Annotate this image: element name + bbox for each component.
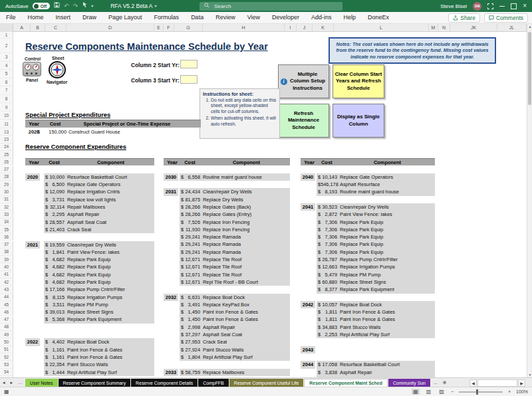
row-header-4[interactable]: 4 <box>0 62 13 70</box>
cost-cell[interactable]: $37,297 <box>181 331 200 338</box>
component-cell[interactable]: Routine maint guard house <box>340 188 399 195</box>
expense-row[interactable]: $7,306Replace Park Equip <box>317 241 435 248</box>
title-dropdown-icon[interactable]: ▾ <box>155 0 157 12</box>
component-cell[interactable]: Asphalt Resurface <box>340 181 380 188</box>
year-cell[interactable]: 2032 <box>164 294 178 301</box>
component-cell[interactable]: Replace Park Equipment <box>340 286 394 293</box>
cost-cell[interactable]: $22,354 <box>45 361 65 368</box>
touch-mode-icon[interactable] <box>82 0 87 12</box>
column-header-E[interactable]: E <box>154 24 164 32</box>
sheet-tab-community-sun[interactable]: Community Sun <box>388 379 430 387</box>
ribbon-display-icon[interactable] <box>487 3 493 9</box>
component-cell[interactable]: Replace Gates (Entry) <box>203 211 251 218</box>
cost-cell[interactable]: $1,161 <box>45 353 65 361</box>
component-cell[interactable]: Clean/repair Dry Wells <box>67 241 116 248</box>
expense-row[interactable]: $60,880Replace Street Signs <box>317 278 435 286</box>
expense-row[interactable]: $1,841Paint View Fence: lakes <box>44 248 154 256</box>
expense-row[interactable]: $39,013Replace Street Signs <box>44 308 154 316</box>
row-header-51[interactable]: 51 <box>0 346 13 353</box>
cost-cell[interactable]: $1,811 <box>318 308 337 316</box>
expense-row[interactable]: $2,253Repl Artificial Play Surf <box>317 331 435 338</box>
save-icon[interactable] <box>54 0 60 12</box>
column-header-JK[interactable]: JK <box>450 24 497 32</box>
cost-cell[interactable]: $81,875 <box>181 196 200 203</box>
sheet-tab-reserve-component-details[interactable]: Reserve Component Details <box>131 379 198 387</box>
menu-tab-insert[interactable]: Insert <box>50 12 77 23</box>
component-cell[interactable]: Replace Gates (Back) <box>203 203 251 211</box>
cost-cell[interactable]: $1,804 <box>181 353 200 361</box>
expense-row[interactable]: $4,682Replace Park Equip <box>44 256 154 263</box>
expense-row[interactable]: $2,295Asphalt Repair <box>44 211 154 218</box>
component-cell[interactable]: Replace Park Equipment <box>67 316 122 323</box>
cost-cell[interactable]: $10,000 <box>45 173 65 181</box>
cost-cell[interactable]: $2,253 <box>318 331 337 338</box>
component-cell[interactable]: Replace Street Signs <box>67 308 113 316</box>
expense-row[interactable]: $10,143Replace Gate Operators <box>317 173 435 181</box>
component-cell[interactable]: Asphalt Repair <box>203 324 235 331</box>
cost-cell[interactable]: $12,671 <box>181 263 200 270</box>
cost-cell[interactable]: $3,511 <box>45 301 65 308</box>
tab-scroll-left-icon[interactable]: ◂ <box>0 380 8 385</box>
cost-cell[interactable]: $3,838 <box>318 369 337 376</box>
column-header-G[interactable]: G <box>174 24 203 32</box>
expense-row[interactable]: $28,266Replace Gates (Entry) <box>180 211 290 218</box>
cost-cell[interactable]: $7,306 <box>318 241 337 248</box>
tab-scroll-right-icon[interactable]: ▸ <box>8 380 16 385</box>
cost-cell[interactable]: $2,872 <box>318 211 337 218</box>
row-header-35[interactable]: 35 <box>0 226 13 233</box>
cost-cell[interactable]: $28,266 <box>181 203 200 211</box>
hscroll-track[interactable] <box>477 379 517 387</box>
component-cell[interactable]: Replace PM Pump <box>67 301 108 308</box>
new-sheet-icon[interactable]: ⊕ <box>440 380 450 385</box>
vertical-scrollbar-thumb[interactable] <box>528 32 531 105</box>
expense-row[interactable]: $5,368Replace Park Equipment <box>44 316 154 323</box>
column-header-K[interactable]: K <box>313 24 334 32</box>
component-cell[interactable]: Replace Pump Cntrlr/Filter <box>67 286 125 293</box>
component-cell[interactable]: Replace Park Equip <box>340 226 383 233</box>
refresh-maintenance-schedule-button[interactable]: Refresh Maintenance Schedule <box>278 104 329 138</box>
expense-row[interactable]: $24,434Clean/repair Dry Wells <box>180 188 290 195</box>
component-cell[interactable]: Replace Park Equip <box>67 256 110 263</box>
expense-row[interactable]: $1,811Paint Iron Fence & Gates <box>317 316 435 323</box>
expense-row[interactable]: $29,241Replace Ramada <box>180 248 290 256</box>
expense-row[interactable]: $2,872Paint View Fence: lakes <box>317 211 435 218</box>
row-header-8[interactable]: 8 <box>0 95 13 104</box>
row-header-49[interactable]: 49 <box>0 331 13 338</box>
cost-cell[interactable]: $1,450 <box>181 316 200 323</box>
cost-cell[interactable]: $1,161 <box>45 346 65 353</box>
spreadsheet-canvas[interactable]: ABCDEFGHIJKLMNJKJL 123456789101113232425… <box>0 24 527 377</box>
row-header-50[interactable]: 50 <box>0 338 13 346</box>
row-header-26[interactable]: 26 <box>0 158 13 165</box>
expense-row[interactable]: $12,663Replace Irrigation Pumps <box>317 263 435 270</box>
expense-row[interactable]: $26,787Replace Pump Cntrlr/Filter <box>317 256 435 263</box>
component-cell[interactable]: Paint Iron Fence & Gates <box>67 346 122 353</box>
row-header-47[interactable]: 47 <box>0 316 13 324</box>
cost-cell[interactable]: $7,526 <box>181 219 200 226</box>
vertical-scrollbar[interactable]: ▲ ▼ <box>527 24 532 377</box>
expense-row[interactable]: $11,930Replace Iron Fencing <box>180 226 290 233</box>
expense-row[interactable]: $81,875Replace Dry Wells <box>180 196 290 203</box>
row-header-40[interactable]: 40 <box>0 263 13 270</box>
expense-row[interactable]: $1,450Paint Iron Fence & Gates <box>180 316 290 323</box>
normal-view-icon[interactable]: ▦ <box>412 389 420 395</box>
component-cell[interactable]: Replace Ramada <box>203 241 241 248</box>
cost-cell[interactable]: $29,241 <box>181 241 200 248</box>
multiple-column-setup-instructions-button[interactable]: i Multiple Column Setup Instructions <box>278 64 329 98</box>
component-cell[interactable]: Replace Dry Wells <box>203 196 243 203</box>
expense-row[interactable]: $29,241Replace Ramada <box>180 233 290 241</box>
cost-cell[interactable]: $8,377 <box>318 286 337 293</box>
menu-tab-pagelayout[interactable]: Page Layout <box>102 12 148 23</box>
horizontal-scrollbar[interactable]: ◀ ▶ <box>469 379 525 387</box>
special-project-row[interactable]: 2020$150,000Construct Guard House <box>25 128 201 136</box>
expense-row[interactable]: $1,444Repl Artificial Play Surf <box>44 369 154 376</box>
expense-row[interactable]: $12,671Replace Tile Roof <box>180 256 290 263</box>
year-cell[interactable]: 2020 <box>25 173 40 181</box>
cost-cell[interactable]: $6,500 <box>45 181 65 188</box>
component-cell[interactable]: Replace Ramada <box>203 233 241 241</box>
menu-tab-draw[interactable]: Draw <box>76 12 102 23</box>
component-cell[interactable]: Replace Gate Operators <box>340 173 393 181</box>
expense-row[interactable]: $3,838Asphalt Repair <box>317 369 435 376</box>
component-cell[interactable]: Repl Tile Roof - BB Court <box>203 278 258 286</box>
row-header-38[interactable]: 38 <box>0 248 13 256</box>
expense-row[interactable]: $7,526Replace Iron Fencing <box>180 219 290 226</box>
